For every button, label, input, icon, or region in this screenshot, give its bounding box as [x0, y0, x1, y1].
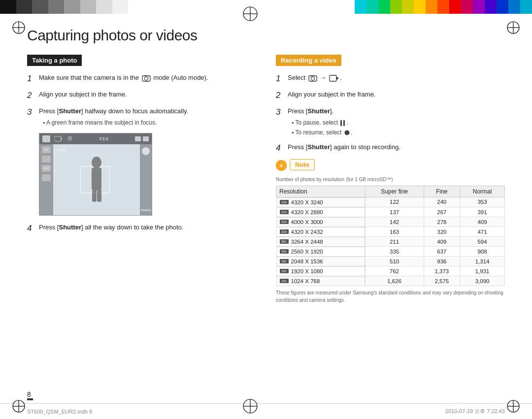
cell-f-2: 278: [424, 217, 460, 227]
r-step-num-1: 1: [276, 73, 284, 85]
reg-mark-bottomright: [504, 397, 522, 415]
cam-shutter-btn: [142, 147, 150, 155]
r-step-4: 4 Press [Shutter] again to stop recordin…: [276, 142, 505, 154]
cam-panel-icon-4: [42, 174, 51, 181]
cell-n-8: 3,090: [460, 276, 505, 286]
res-icon-1: 12n: [280, 210, 289, 214]
res-icon-3: 10n: [280, 229, 289, 234]
col-normal: Normal: [460, 186, 505, 197]
page-number: 8: [27, 390, 31, 398]
step-2: 2 Align your subject in the frame.: [27, 90, 256, 101]
cam-panel-icon-1: AF: [42, 146, 51, 153]
table-row: 2m 1920 X 1080 762 1,373 1,931: [276, 266, 505, 276]
cell-f-0: 240: [424, 197, 460, 207]
cam-menu-label: menu: [141, 208, 151, 212]
page-number-line: [27, 398, 33, 400]
svg-rect-20: [92, 190, 97, 202]
cell-res-8: 1m 1024 X 768: [276, 276, 365, 286]
res-val-5: 2560 X 1920: [291, 249, 323, 255]
step3-bullets: A green frame means the subject in focus…: [43, 118, 188, 128]
r-step-text-3: Press [Shutter]. To pause, select . To r…: [288, 106, 352, 137]
recording-steps: 1 Select → .: [276, 73, 505, 154]
table-row: 5m 2560 X 1920 335 637 908: [276, 247, 505, 257]
cell-n-6: 1,314: [460, 257, 505, 266]
res-val-6: 2048 X 1536: [291, 258, 323, 264]
svg-marker-13: [61, 137, 62, 140]
step-4: 4 Press [Shutter] all the way down to ta…: [27, 223, 256, 234]
svg-rect-27: [340, 120, 342, 126]
table-row: 1m 1024 X 768 1,626 2,575 3,090: [276, 276, 505, 286]
r-step-text-1: Select → .: [288, 73, 342, 83]
camera-main-area: AF OFF 1/45s: [39, 144, 152, 215]
step-1: 1 Make sure that the camera is in the mo…: [27, 73, 256, 85]
step3-bullet-1: A green frame means the subject in focus…: [43, 118, 188, 128]
right-column: Recording a video 1 Select →: [276, 55, 505, 304]
r-step-3: 3 Press [Shutter]. To pause, select . To…: [276, 106, 505, 137]
res-val-1: 4320 X 2880: [291, 209, 323, 215]
table-subtitle: (for 1 GB microSD™): [346, 177, 393, 182]
r-bullet-pause: To pause, select .: [292, 118, 352, 128]
svg-marker-26: [336, 77, 338, 80]
reg-mark-bottom: [241, 397, 259, 415]
table-title: Number of photos by resolution: [276, 177, 344, 182]
r-step-num-3: 3: [276, 106, 284, 118]
reg-mark-topleft: [10, 19, 28, 36]
res-icon-4: 8m: [280, 239, 289, 244]
page-content: Capturing photos or videos Taking a phot…: [27, 27, 505, 397]
table-row: 8m 3264 X 2448 211 409 594: [276, 237, 505, 247]
step-text-4: Press [Shutter] all the way down to take…: [39, 223, 183, 233]
taking-photo-header: Taking a photo: [27, 55, 82, 66]
cell-res-7: 2m 1920 X 1080: [276, 266, 365, 276]
cell-f-3: 320: [424, 227, 460, 237]
cam-icon-r2: [143, 136, 149, 141]
cell-res-3: 10n 4320 X 2432: [276, 227, 365, 237]
cam-shutter-speed: 1/45s: [56, 147, 66, 153]
svg-rect-18: [92, 168, 96, 187]
cam-subject-silhouette: [83, 155, 110, 204]
camera-screen-mockup: F3.5 AF OFF 1/45s: [39, 133, 152, 216]
cam-settings-svg: [67, 135, 73, 141]
step-text-2: Align your subject in the frame.: [39, 90, 127, 100]
cam-right-panel: menu: [140, 144, 152, 215]
r-bullet-resume: To resume, select .: [292, 128, 352, 137]
cell-n-0: 353: [460, 197, 505, 207]
svg-text:+: +: [279, 162, 283, 169]
cell-sf-0: 122: [365, 197, 424, 207]
video-icon-step1: [329, 75, 339, 82]
cam-settings-icon: [67, 135, 73, 143]
svg-rect-11: [144, 75, 147, 76]
taking-photo-steps: 1 Make sure that the camera is in the mo…: [27, 73, 256, 128]
col-resolution: Resolution: [276, 186, 366, 197]
svg-point-15: [69, 137, 71, 139]
col-fine: Fine: [424, 186, 460, 197]
cam-icon2: [54, 136, 62, 142]
camera-top-bar: F3.5: [39, 133, 152, 144]
left-column: Taking a photo 1 Make sure that the came…: [27, 55, 256, 304]
cell-n-5: 908: [460, 247, 505, 257]
cam-panel-icon-2: [42, 156, 51, 162]
cell-n-1: 391: [460, 207, 505, 217]
svg-point-10: [144, 77, 148, 80]
table-row: 3m 2048 X 1536 510 936 1,314: [276, 257, 505, 266]
reg-mark-topright: [504, 19, 522, 36]
cell-sf-7: 762: [365, 266, 424, 276]
r-step-num-4: 4: [276, 142, 284, 154]
cell-res-0: 14n 4320 X 3240: [276, 197, 365, 207]
res-val-8: 1024 X 768: [291, 278, 320, 284]
cell-f-1: 267: [424, 207, 460, 217]
bottom-bar: ST600_QSM_EUR2.indb 8 2010-07-19 오후 7:22…: [0, 403, 532, 419]
svg-rect-25: [330, 75, 336, 81]
cell-sf-5: 335: [365, 247, 424, 257]
table-row: 12n 4320 X 2880 137 267 391: [276, 207, 505, 217]
camera-icon-step1: [308, 75, 317, 82]
cam-panel-icon-3: OFF: [42, 165, 51, 172]
res-icon-8: 1m: [280, 279, 289, 283]
step-num-2: 2: [27, 90, 35, 101]
note-label: Note: [295, 161, 309, 168]
cell-sf-2: 142: [365, 217, 424, 227]
res-val-7: 1920 X 1080: [291, 268, 323, 274]
res-icon-2: 12n: [280, 220, 289, 224]
cell-res-6: 3m 2048 X 1536: [276, 257, 365, 266]
camera-mode-icon: [142, 75, 151, 82]
cell-sf-1: 137: [365, 207, 424, 217]
